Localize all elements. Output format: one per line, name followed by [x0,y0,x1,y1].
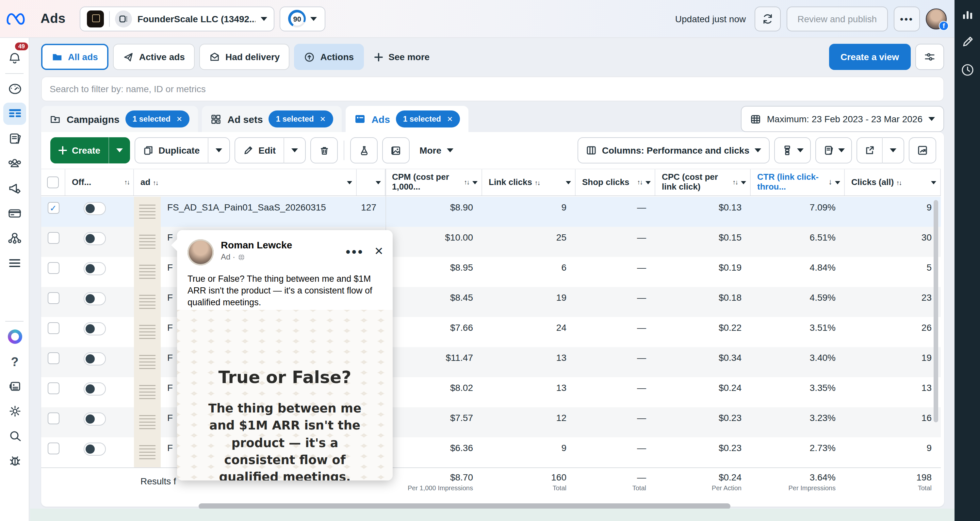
breakdown-button[interactable] [774,137,811,163]
ad-name[interactable]: F [161,437,173,467]
column-header-cpc[interactable]: CPC (cost per link click) ↑↓ [655,169,751,196]
ad-thumbnail[interactable] [134,437,161,467]
column-header-cpm[interactable]: CPM (cost per 1,000... ↑↓ [385,169,482,196]
ad-thumbnail[interactable] [134,407,161,437]
row-checkbox[interactable] [41,377,65,407]
ad-active-toggle[interactable] [65,227,134,257]
vertical-scrollbar[interactable] [934,200,938,422]
sidebar-item-advertising-settings[interactable] [0,177,29,199]
ad-thumbnail[interactable] [134,347,161,377]
popup-menu-button[interactable]: ●●● [345,247,364,256]
meta-logo[interactable] [6,11,26,26]
search-input[interactable] [50,84,935,94]
ad-name[interactable]: F [161,257,173,287]
export-button[interactable] [856,137,904,163]
create-dropdown[interactable] [108,137,130,163]
popup-close-button[interactable]: ✕ [374,244,384,258]
column-header-shop-clicks[interactable]: Shop clicks ↑↓ [576,169,655,196]
creative-hub-button[interactable] [382,137,410,163]
export-dropdown[interactable] [882,137,904,163]
user-avatar[interactable]: f [926,8,947,29]
ad-active-toggle[interactable] [65,257,134,287]
ad-active-toggle[interactable] [65,377,134,407]
ad-name[interactable]: FS_AD_S1A_Pain01_SaaS_20260315 [161,197,326,227]
ad-active-toggle[interactable] [65,197,134,227]
create-button[interactable]: Create [50,137,130,163]
duplicate-button[interactable]: Duplicate [134,137,230,163]
sidebar-item-campaigns[interactable] [3,103,26,125]
ad-name[interactable]: F [161,347,173,377]
history-clock-icon[interactable] [960,63,974,77]
table-search-bar[interactable] [41,76,944,101]
filter-chip-actions[interactable]: Actions [294,44,364,70]
row-checkbox[interactable] [41,347,65,377]
date-range-selector[interactable]: Maximum: 23 Feb 2023 - 23 Mar 2026 [741,106,944,132]
ad-name[interactable]: F [161,317,173,347]
sidebar-item-all-tools[interactable] [0,252,29,274]
report-problem-button[interactable] [0,450,29,472]
row-checkbox[interactable] [41,407,65,437]
search-button[interactable] [0,425,29,447]
tab-campaigns[interactable]: Campaigns 1 selected✕ [41,106,198,132]
columns-button[interactable]: Columns: Performance and clicks [578,137,770,163]
ad-name-cell[interactable]: FS_AD_S1A_Pain01_SaaS_20260315 [134,197,357,227]
create-a-view-button[interactable]: Create a view [829,44,911,70]
more-actions-button[interactable]: More [414,145,458,156]
ad-name[interactable]: F [161,377,173,407]
column-header-link-clicks[interactable]: Link clicks ↑↓ [482,169,576,196]
ad-active-toggle[interactable] [65,407,134,437]
column-header-off[interactable]: Off... ↑↓ [65,169,134,196]
refresh-button[interactable] [754,6,780,31]
select-all-checkbox[interactable] [41,169,65,196]
delete-button[interactable] [310,137,338,163]
meta-ai-button[interactable] [0,325,29,348]
account-score-selector[interactable]: 90 [280,6,326,31]
row-checkbox[interactable] [41,257,65,287]
row-checkbox[interactable] [41,287,65,317]
ad-thumbnail[interactable] [134,227,161,257]
duplicate-dropdown[interactable] [207,137,229,163]
ab-test-button[interactable] [350,137,378,163]
edit-dropdown[interactable] [283,137,305,163]
row-checkbox[interactable] [41,437,65,467]
tab-ad-sets[interactable]: Ad sets 1 selected✕ [202,106,341,132]
ad-creative-image[interactable]: True or False? The thing between me and … [177,310,393,481]
ad-thumbnail[interactable] [134,287,161,317]
ad-thumbnail[interactable] [134,377,161,407]
more-options-button[interactable]: ••• [894,6,920,31]
review-and-publish-button[interactable]: Review and publish [786,6,888,31]
edit-pencil-icon[interactable] [961,35,974,48]
notifications-button[interactable]: 49 [0,47,29,69]
sidebar-item-overview[interactable] [0,78,29,100]
row-checkbox[interactable] [41,227,65,257]
ad-active-toggle[interactable] [65,317,134,347]
see-more-button[interactable]: See more [373,52,430,62]
sidebar-item-events-manager[interactable] [0,227,29,249]
column-header-results[interactable] [357,169,385,196]
campaigns-selected-badge[interactable]: 1 selected✕ [126,110,190,127]
ads-selected-badge[interactable]: 1 selected✕ [396,110,460,127]
tab-ads[interactable]: Ads 1 selected✕ [345,106,468,132]
insights-chart-icon[interactable] [961,8,974,21]
sidebar-item-ads-reporting[interactable] [0,127,29,150]
reports-button[interactable] [815,137,852,163]
edit-button[interactable]: Edit [234,137,306,163]
ad-name[interactable]: F [161,287,173,317]
filter-chip-had-delivery[interactable]: Had delivery [199,44,290,70]
sidebar-item-audiences[interactable] [0,152,29,175]
ad-thumbnail[interactable] [134,317,161,347]
ad-active-toggle[interactable] [65,287,134,317]
help-button[interactable]: ? [0,351,29,373]
ad-thumbnail[interactable] [134,257,161,287]
ad-sets-selected-badge[interactable]: 1 selected✕ [269,110,333,127]
view-settings-button[interactable] [915,44,944,70]
ad-thumbnail[interactable] [134,197,161,227]
row-checkbox[interactable] [41,317,65,347]
ad-active-toggle[interactable] [65,437,134,467]
ad-active-toggle[interactable] [65,347,134,377]
filter-chip-active-ads[interactable]: Active ads [113,44,195,70]
filter-chip-all-ads[interactable]: All ads [41,44,108,70]
charts-button[interactable] [909,137,936,163]
sidebar-item-billing[interactable] [0,202,29,224]
ad-name[interactable]: F [161,407,173,437]
